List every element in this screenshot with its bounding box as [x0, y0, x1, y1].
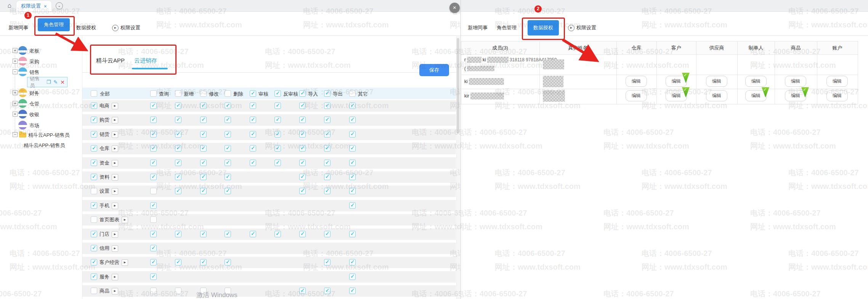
checkbox-col-导出[interactable] — [324, 90, 331, 97]
checkbox-商品-新增[interactable] — [175, 288, 181, 294]
edit-button-账户-row2[interactable]: 编辑 — [826, 76, 848, 87]
save-button[interactable]: 保存 — [419, 64, 449, 76]
edit-icon[interactable]: ✎ — [53, 79, 58, 85]
checkbox-row-设置[interactable] — [91, 188, 97, 194]
checkbox-电商-审核[interactable] — [250, 102, 256, 109]
checkbox-商品-导入[interactable] — [299, 288, 306, 294]
checkbox-row-首页图表[interactable] — [91, 216, 97, 223]
checkbox-row-商品[interactable] — [91, 288, 97, 294]
checkbox-购货-审核[interactable] — [250, 117, 256, 123]
copy-icon[interactable]: ❐ — [47, 79, 51, 85]
checkbox-资金-删除[interactable] — [225, 160, 231, 166]
checkbox-门店-其它[interactable] — [349, 231, 356, 237]
tree-item-4[interactable]: 财务 — [29, 90, 39, 97]
checkbox-资料-导入[interactable] — [299, 174, 306, 180]
checkbox-仓库-修改[interactable] — [200, 145, 207, 152]
expand-icon[interactable]: + — [13, 101, 18, 106]
checkbox-商品-其它[interactable] — [349, 288, 356, 294]
checkbox-资料-其它[interactable] — [349, 174, 356, 180]
checkbox-设置-新增[interactable] — [175, 188, 181, 194]
checkbox-row-资金[interactable] — [91, 160, 97, 166]
checkbox-客户经营-其它[interactable] — [349, 259, 356, 265]
edit-button-商品-row2[interactable]: 编辑 — [785, 76, 806, 87]
checkbox-设置-修改[interactable] — [200, 188, 207, 194]
expand-row-icon[interactable]: ▶ — [112, 103, 118, 109]
checkbox-资金-其它[interactable] — [349, 160, 356, 166]
checkbox-电商-删除[interactable] — [225, 102, 231, 109]
checkbox-设置-查询[interactable] — [150, 188, 157, 194]
checkbox-资料-删除[interactable] — [225, 174, 231, 180]
expand-row-icon[interactable]: ▶ — [112, 274, 118, 280]
checkbox-服务-查询[interactable] — [150, 273, 157, 280]
checkbox-销货-审核[interactable] — [250, 131, 256, 138]
checkbox-row-门店[interactable] — [91, 231, 97, 237]
checkbox-客户经营-删除[interactable] — [225, 259, 231, 265]
checkbox-row-电商[interactable] — [91, 102, 97, 109]
tree-item-6[interactable]: 收银 — [29, 111, 39, 118]
checkbox-手机-查询[interactable] — [150, 202, 157, 209]
checkbox-购货-删除[interactable] — [225, 117, 231, 123]
checkbox-销货-反审核[interactable] — [274, 131, 281, 138]
expand-row-icon[interactable]: ▶ — [112, 160, 118, 166]
checkbox-col-新增[interactable] — [175, 90, 181, 97]
edit-button-账户-row3[interactable]: 编辑 — [826, 90, 848, 101]
scrollbar-thumb[interactable] — [457, 38, 459, 133]
checkbox-购货-反审核[interactable] — [274, 117, 281, 123]
nav-permission-settings[interactable]: 权限设置 — [120, 22, 140, 34]
checkbox-门店-导出[interactable] — [324, 231, 331, 237]
nav-data-authorization[interactable]: 数据授权 — [76, 22, 96, 34]
expand-row-icon[interactable]: ▶ — [112, 188, 118, 195]
checkbox-设置-导出[interactable] — [324, 188, 331, 194]
nav-role-management-active[interactable]: 角色管理 — [38, 18, 70, 31]
checkbox-门店-导入[interactable] — [299, 231, 306, 237]
checkbox-资金-查询[interactable] — [150, 160, 157, 166]
tree-item-2[interactable]: 销售 — [29, 69, 39, 76]
checkbox-资金-审核[interactable] — [250, 160, 256, 166]
checkbox-电商-导出[interactable] — [324, 102, 331, 109]
checkbox-电商-其它[interactable] — [349, 102, 356, 109]
checkbox-电商-修改[interactable] — [200, 102, 207, 109]
checkbox-row-资料[interactable] — [91, 174, 97, 180]
checkbox-资金-导入[interactable] — [299, 160, 306, 166]
checkbox-购货-新增[interactable] — [175, 117, 181, 123]
edit-button-仓库-row2[interactable]: 编辑 — [626, 76, 647, 87]
checkbox-购货-导出[interactable] — [324, 117, 331, 123]
checkbox-资金-导出[interactable] — [324, 160, 331, 166]
tab-jdy-app[interactable]: 精斗云APP — [96, 57, 125, 64]
checkbox-col-修改[interactable] — [200, 90, 207, 97]
tab-dropdown-icon[interactable]: ⌄ — [56, 2, 63, 10]
expand-icon[interactable]: + — [13, 48, 18, 53]
checkbox-电商-反审核[interactable] — [274, 102, 281, 109]
nav-role-management[interactable]: 角色管理 — [497, 22, 517, 34]
nav-data-authorization-active[interactable]: 数据授权 — [528, 20, 559, 35]
checkbox-购货-导入[interactable] — [299, 117, 306, 123]
expand-row-icon[interactable]: ▶ — [112, 288, 118, 294]
tab-cloud-invoicing-active[interactable]: 云进销存 — [134, 57, 157, 64]
checkbox-销货-修改[interactable] — [200, 131, 207, 138]
expand-row-icon[interactable]: ▶ — [112, 146, 118, 152]
expand-row-icon[interactable]: ▶ — [122, 259, 128, 266]
nav-permission-settings[interactable]: 权限设置 — [576, 22, 596, 34]
checkbox-门店-反审核[interactable] — [274, 231, 281, 237]
home-icon[interactable]: ⌂ — [5, 2, 14, 10]
checkbox-仓库-反审核[interactable] — [274, 145, 281, 152]
checkbox-col-反审核[interactable] — [274, 90, 281, 97]
checkbox-销货-导入[interactable] — [299, 131, 306, 138]
checkbox-row-仓库[interactable] — [91, 145, 97, 152]
checkbox-电商-导入[interactable] — [299, 102, 306, 109]
checkbox-col-删除[interactable] — [225, 90, 231, 97]
checkbox-col-审核[interactable] — [250, 90, 256, 97]
expand-row-icon[interactable]: ▶ — [112, 117, 118, 123]
edit-button-供应商-row3[interactable]: 编辑 — [706, 90, 727, 101]
left-doc-tab[interactable]: 权限设置 × — [16, 1, 51, 11]
checkbox-销货-新增[interactable] — [175, 131, 181, 138]
expand-row-icon[interactable]: ▶ — [112, 231, 118, 238]
checkbox-设置-删除[interactable] — [225, 188, 231, 194]
tree-item-7[interactable]: 市场 — [29, 122, 39, 129]
checkbox-仓库-导入[interactable] — [299, 145, 306, 152]
checkbox-设置-导入[interactable] — [299, 188, 306, 194]
checkbox-门店-删除[interactable] — [225, 231, 231, 237]
nav-add-colleague[interactable]: 新增同事 — [468, 22, 488, 34]
edit-button-商品-row3[interactable]: 编辑✓ — [785, 90, 806, 101]
checkbox-首页图表-查询[interactable] — [150, 216, 157, 223]
